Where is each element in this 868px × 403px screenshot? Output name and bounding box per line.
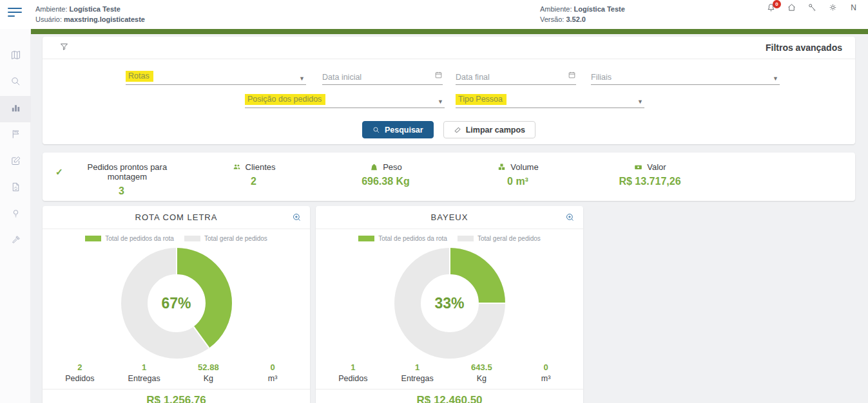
zoom-in-icon[interactable] (292, 212, 302, 223)
usuario-value: maxstring.logisticateste (64, 15, 145, 23)
chart-total-value: R$ 1.256,76 (43, 394, 310, 403)
sidebar-item-search[interactable] (0, 70, 31, 96)
accent-bar (31, 29, 868, 34)
donut-chart: 33% (394, 248, 505, 359)
chart-stats-row: 2Pedidos 1Entregas 52.88Kg 0m³ (43, 362, 310, 389)
language-icon[interactable]: N (848, 2, 859, 13)
summary-volume-value: 0 m³ (452, 176, 584, 187)
map-icon (10, 50, 21, 63)
limpar-campos-button[interactable]: Limpar campos (443, 121, 535, 138)
version-info: Ambiente: Logística Teste Versão: 3.52.0 (540, 4, 625, 24)
sidebar-item-map[interactable] (0, 43, 31, 70)
data-inicial-input[interactable]: Data inicial (322, 68, 443, 85)
legend-item-geral[interactable]: Total geral de pedidos (184, 235, 267, 242)
volume-icon (497, 162, 506, 172)
posicao-pedidos-select[interactable]: Posição dos pedidos ▼ (245, 91, 445, 108)
calendar-icon (568, 70, 576, 82)
pesquisar-button[interactable]: Pesquisar (362, 121, 434, 138)
chart-title: BAYEUX (431, 212, 468, 222)
main-content: Filtros avançados Rotas ▼ Data inicial D… (31, 34, 868, 403)
usuario-label: Usuário: (35, 15, 62, 23)
tipo-pessoa-label: Tipo Pessoa (456, 94, 506, 105)
route-flag-icon (10, 129, 21, 142)
environment-info: Ambiente: Logística Teste Usuário: maxst… (35, 4, 145, 24)
filter-funnel-icon[interactable] (59, 42, 71, 53)
zoom-in-icon[interactable] (565, 212, 575, 223)
versao-label: Versão: (540, 15, 564, 23)
legend-swatch-gray (458, 236, 474, 241)
tools-icon (10, 234, 21, 248)
route-chart-card: BAYEUX Total de pedidos da rota Total ge… (316, 206, 583, 403)
search-icon (372, 126, 380, 134)
chevron-down-icon: ▼ (438, 98, 445, 105)
top-bar: Ambiente: Logística Teste Usuário: maxst… (0, 0, 868, 29)
bar-chart-icon (10, 102, 21, 116)
chart-title: ROTA COM LETRA (135, 212, 218, 222)
summary-peso-value: 696.38 Kg (320, 176, 452, 187)
home-icon[interactable] (786, 2, 797, 13)
filters-panel: Filtros avançados Rotas ▼ Data inicial D… (43, 37, 855, 144)
summary-clientes: Clientes 2 (188, 162, 320, 187)
legend-item-rota[interactable]: Total de pedidos da rota (358, 235, 447, 242)
chevron-down-icon: ▼ (773, 75, 780, 82)
legend-item-geral[interactable]: Total geral de pedidos (458, 235, 541, 242)
key-icon[interactable] (807, 2, 818, 13)
summary-volume: Volume 0 m³ (452, 162, 584, 187)
check-icon: ✓ (55, 167, 63, 177)
sidebar (0, 29, 31, 403)
weight-icon (369, 162, 379, 172)
bell-icon[interactable]: 0 (766, 2, 776, 13)
money-icon (633, 162, 643, 172)
chevron-down-icon: ▼ (299, 75, 306, 82)
notification-badge: 0 (773, 0, 781, 8)
legend-item-rota[interactable]: Total de pedidos da rota (85, 235, 174, 242)
sidebar-item-ideas[interactable] (0, 202, 31, 228)
route-chart-card: ROTA COM LETRA Total de pedidos da rota … (43, 206, 310, 403)
donut-chart: 67% (121, 248, 232, 359)
chart-legend: Total de pedidos da rota Total geral de … (43, 235, 310, 242)
data-final-input[interactable]: Data final (456, 68, 576, 85)
rotas-select[interactable]: Rotas ▼ (126, 68, 306, 85)
versao-value: 3.52.0 (566, 15, 586, 23)
ambiente-label: Ambiente: (35, 5, 68, 13)
gear-icon[interactable] (827, 2, 838, 13)
donut-percentage: 33% (394, 248, 505, 359)
filiais-label: Filiais (591, 73, 612, 82)
search-icon (10, 76, 21, 89)
summary-panel: ✓ Pedidos prontos para montagem 3 Client… (43, 153, 855, 201)
summary-clientes-value: 2 (188, 176, 320, 187)
document-icon (10, 182, 21, 195)
summary-valor: Valor R$ 13.717,26 (584, 162, 716, 187)
summary-pedidos-prontos-value: 3 (55, 185, 188, 197)
sidebar-item-edit[interactable] (0, 149, 31, 175)
eraser-icon (454, 126, 461, 134)
filiais-select[interactable]: Filiais ▼ (591, 68, 780, 85)
chart-stats-row: 1Pedidos 1Entregas 643.5Kg 0m³ (316, 362, 583, 389)
posicao-pedidos-label: Posição dos pedidos (245, 94, 325, 105)
filters-title: Filtros avançados (766, 42, 842, 53)
legend-swatch-green (85, 236, 101, 241)
clients-icon (232, 162, 242, 172)
donut-percentage: 67% (121, 248, 232, 359)
sidebar-item-routes[interactable] (0, 122, 31, 149)
legend-swatch-green (358, 236, 374, 241)
menu-icon[interactable] (8, 8, 23, 21)
legend-swatch-gray (184, 236, 200, 241)
rotas-label: Rotas (126, 71, 153, 82)
sidebar-item-tools[interactable] (0, 228, 31, 254)
ambiente-value: Logística Teste (70, 5, 121, 13)
chevron-down-icon: ▼ (637, 98, 644, 105)
calendar-icon (434, 70, 443, 82)
edit-icon (10, 155, 21, 169)
data-inicial-label: Data inicial (322, 73, 362, 82)
summary-peso: Peso 696.38 Kg (320, 162, 452, 187)
chart-legend: Total de pedidos da rota Total geral de … (316, 235, 583, 242)
data-final-label: Data final (456, 73, 490, 82)
tipo-pessoa-select[interactable]: Tipo Pessoa ▼ (456, 91, 644, 108)
bulb-icon (10, 208, 21, 221)
chart-total-value: R$ 12.460,50 (316, 394, 583, 403)
sidebar-item-dashboard[interactable] (0, 96, 31, 122)
sidebar-item-documents[interactable] (0, 175, 31, 202)
summary-valor-value: R$ 13.717,26 (584, 176, 716, 187)
summary-pedidos-prontos: ✓ Pedidos prontos para montagem 3 (55, 162, 188, 197)
